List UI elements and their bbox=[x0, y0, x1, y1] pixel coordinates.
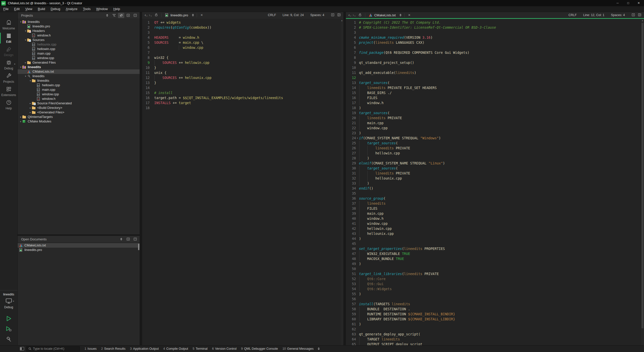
expanded-arrow-icon[interactable]: ▾ bbox=[24, 30, 27, 32]
code-line[interactable]: 64 TARGET lineedits bbox=[346, 337, 644, 342]
code-line[interactable]: 37 lineedits bbox=[346, 201, 644, 206]
code-line[interactable]: 5SOURCES = main.cpp \ bbox=[142, 40, 343, 45]
mode-debug[interactable]: ▸Debug bbox=[0, 58, 18, 71]
code-line[interactable]: 21 main.cpp bbox=[346, 120, 644, 125]
code-line[interactable]: 46set_target_properties(lineedits PROPER… bbox=[346, 246, 644, 251]
code-line[interactable]: 5project(lineedits LANGUAGES CXX) bbox=[346, 40, 644, 45]
menu-help[interactable]: Help bbox=[110, 6, 123, 12]
code-line[interactable]: 7 bbox=[142, 50, 343, 55]
menu-analyze[interactable]: Analyze bbox=[63, 6, 80, 12]
open-document-cmakelists.txt[interactable]: CMakeLists.txt bbox=[18, 243, 140, 248]
mode-projects[interactable]: Projects bbox=[0, 71, 18, 85]
tree-item--generated-files-[interactable]: ▸<Generated Files> bbox=[18, 110, 140, 115]
tree-item-qtinternaltargets[interactable]: ▸QtInternalTargets bbox=[18, 115, 140, 119]
code-line[interactable]: 1# Copyright (C) 2022 The Qt Company Ltd… bbox=[346, 20, 644, 25]
code-line[interactable]: 19target_sources( bbox=[346, 110, 644, 115]
code-line[interactable]: 4cmake_minimum_required(VERSION 3.16) bbox=[346, 35, 644, 40]
mode-edit[interactable]: Edit bbox=[0, 31, 18, 45]
code-line[interactable]: 42 hellowin.cpp bbox=[346, 226, 644, 231]
code-line[interactable]: 51target_link_libraries(lineedits PRIVAT… bbox=[346, 271, 644, 276]
tree-item-window.cpp[interactable]: C+window.cpp bbox=[18, 92, 140, 97]
back-icon[interactable]: ‹ bbox=[348, 13, 350, 18]
code-line[interactable]: 40 window.h bbox=[346, 216, 644, 221]
code-area[interactable]: 1QT += widgets2requires(qtConfig(combobo… bbox=[142, 19, 343, 345]
code-line[interactable]: 39 main.cpp bbox=[346, 211, 644, 216]
editor-scrollbar[interactable]: ▲ bbox=[641, 19, 644, 345]
sync-with-editor-icon[interactable] bbox=[118, 13, 124, 18]
code-line[interactable]: 17INSTALLS += target bbox=[142, 100, 343, 105]
collapsed-arrow-icon[interactable]: ▸ bbox=[19, 120, 22, 123]
code-line[interactable]: 2# SPDX-License-Identifier: LicenseRef-Q… bbox=[346, 25, 644, 30]
pane-spinner-icon[interactable] bbox=[104, 13, 110, 18]
split-icon[interactable] bbox=[125, 13, 131, 18]
code-line[interactable]: 52 Qt6::Core bbox=[346, 276, 644, 281]
code-line[interactable]: 10} bbox=[142, 65, 343, 70]
tree-item-source-files-generated[interactable]: ▸CSource Files\Generated bbox=[18, 101, 140, 106]
minimize-button[interactable]: ─ bbox=[612, 0, 623, 6]
code-line[interactable]: 44) bbox=[346, 236, 644, 241]
locator-input[interactable]: Type to locate (Ctrl+K) bbox=[26, 346, 80, 351]
code-line[interactable]: 16target.path = $$[QT_INSTALL_EXAMPLES]/… bbox=[142, 95, 343, 100]
code-line[interactable]: 10 bbox=[346, 65, 644, 70]
collapsed-arrow-icon[interactable]: ▸ bbox=[29, 107, 32, 109]
mode-welcome[interactable]: Welcome bbox=[0, 18, 18, 31]
menu-file[interactable]: File bbox=[1, 6, 11, 12]
collapsed-arrow-icon[interactable]: ▸ bbox=[24, 61, 27, 64]
code-line[interactable]: 13target_sources( bbox=[346, 80, 644, 85]
forward-icon[interactable]: › bbox=[148, 13, 151, 18]
output-pane-compile-output[interactable]: 4Compile Output bbox=[161, 345, 190, 352]
document-tab[interactable]: qtlineedits.pro bbox=[163, 13, 190, 17]
collapsed-arrow-icon[interactable]: ▸ bbox=[19, 116, 22, 118]
kit-selector[interactable]: lineedits▸Debug bbox=[0, 290, 17, 309]
code-line[interactable]: 63qt_generate_deploy_app_script( bbox=[346, 332, 644, 337]
tree-item-generated-files[interactable]: ▸Generated Files bbox=[18, 60, 140, 65]
code-line[interactable]: 50 bbox=[346, 266, 644, 271]
code-line[interactable]: 54 Qt6::Widgets bbox=[346, 286, 644, 291]
code-line[interactable]: 2requires(qtConfig(combobox)) bbox=[142, 25, 343, 30]
close-document-icon[interactable]: ✕ bbox=[198, 13, 205, 17]
tree-item-lineedits[interactable]: ▾lineedits bbox=[18, 65, 140, 69]
collapsed-arrow-icon[interactable]: ▸ bbox=[29, 111, 32, 114]
document-tab[interactable]: CMakeLists.txt bbox=[367, 13, 398, 17]
document-selector-spinner[interactable] bbox=[398, 14, 403, 17]
run-button[interactable] bbox=[6, 316, 12, 322]
split-icon[interactable] bbox=[125, 237, 131, 242]
expanded-arrow-icon[interactable]: ▾ bbox=[24, 75, 27, 77]
code-line[interactable]: 62 bbox=[346, 327, 644, 332]
output-pane-spinner[interactable] bbox=[318, 347, 320, 350]
open-documents-scrollbar[interactable] bbox=[138, 244, 139, 250]
code-line[interactable]: 27 hellowin.cpp bbox=[346, 151, 644, 156]
output-pane-qml-debugger-console[interactable]: 9QML Debugger Console bbox=[239, 345, 280, 352]
code-line[interactable]: 65 OUTPUT_SCRIPT deploy_script bbox=[346, 342, 644, 345]
document-selector-spinner[interactable] bbox=[190, 14, 195, 17]
code-line[interactable]: 58 BUNDLE DESTINATION . bbox=[346, 306, 644, 312]
tree-item-headers[interactable]: ▾hHeaders bbox=[18, 29, 140, 33]
eol-indicator[interactable]: CRLF bbox=[569, 13, 577, 17]
tree-item--build-directory-[interactable]: ▸<Build Directory> bbox=[18, 106, 140, 110]
close-document-icon[interactable]: ✕ bbox=[406, 13, 413, 17]
toggle-sidebar-icon[interactable] bbox=[20, 347, 24, 350]
code-line[interactable]: 20 lineedits PRIVATE bbox=[346, 115, 644, 120]
menu-tools[interactable]: Tools bbox=[80, 6, 93, 12]
tree-item-lineedits[interactable]: ▾lineedits bbox=[18, 20, 140, 24]
expanded-arrow-icon[interactable]: ▾ bbox=[19, 21, 22, 23]
expanded-arrow-icon[interactable]: ▾ bbox=[19, 66, 22, 68]
code-line[interactable]: 25 target_sources( bbox=[346, 141, 644, 146]
code-line[interactable]: 3 bbox=[346, 30, 644, 35]
code-line[interactable]: 53 Qt6::Gui bbox=[346, 281, 644, 286]
code-line[interactable]: 41 window.cpp bbox=[346, 221, 644, 226]
tree-item-lineedits[interactable]: ▾lineedits bbox=[18, 74, 140, 78]
code-line[interactable]: 24▾if(CMAKE_SYSTEM_NAME STREQUAL "Window… bbox=[346, 136, 644, 141]
forward-history-caret-icon[interactable]: ▾ bbox=[354, 15, 355, 17]
code-line[interactable]: 61) bbox=[346, 322, 644, 327]
code-line[interactable]: 12 SOURCES += hellounix.cpp bbox=[142, 75, 343, 80]
code-line[interactable]: 16 FILES bbox=[346, 95, 644, 100]
filter-icon[interactable] bbox=[111, 13, 117, 18]
code-line[interactable]: 43 hellounix.cpp bbox=[346, 231, 644, 236]
collapsed-arrow-icon[interactable]: ▸ bbox=[29, 102, 32, 105]
tree-item-hellowin.cpp[interactable]: C+hellowin.cpp bbox=[18, 47, 140, 51]
code-line[interactable]: 45 bbox=[346, 241, 644, 246]
output-pane-general-messages[interactable]: 10General Messages bbox=[280, 345, 316, 352]
code-line[interactable]: 34endif() bbox=[346, 186, 644, 191]
line-col-indicator[interactable]: Line: 12, Col: 1 bbox=[583, 13, 604, 17]
